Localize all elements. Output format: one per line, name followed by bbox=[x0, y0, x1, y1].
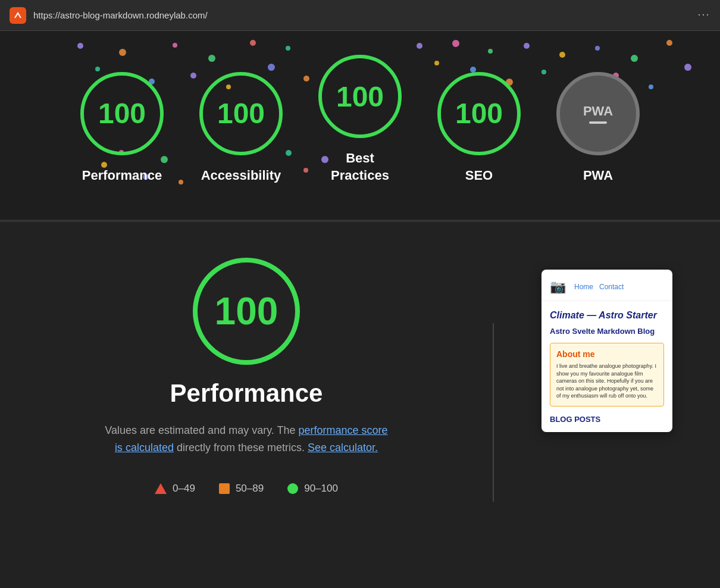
preview-nav-contact[interactable]: Contact bbox=[599, 283, 624, 291]
confetti-dot bbox=[666, 40, 672, 46]
high-score-icon bbox=[287, 483, 298, 494]
vertical-divider bbox=[493, 323, 494, 502]
bottom-section: 100 Performance Values are estimated and… bbox=[0, 222, 720, 588]
preview-subtitle: Astro Svelte Markdown Blog bbox=[550, 327, 664, 336]
confetti-dot bbox=[250, 40, 256, 46]
preview-about-box: About me I live and breathe analogue pho… bbox=[550, 343, 664, 406]
score-label-pwa: PWA bbox=[583, 167, 613, 184]
confetti-dot bbox=[173, 43, 177, 48]
browser-bar: https://astro-blog-markdown.rodneylab.co… bbox=[0, 0, 720, 31]
confetti-dot bbox=[452, 40, 459, 47]
preview-about-text: I live and breathe analogue photography.… bbox=[556, 362, 658, 400]
score-circle-seo: 100 bbox=[437, 72, 521, 155]
preview-header: 📷 Home Contact bbox=[541, 270, 672, 301]
performance-description: Values are estimated and may vary. The p… bbox=[104, 422, 389, 456]
low-score-icon bbox=[155, 483, 167, 494]
score-circle-pwa: PWA bbox=[556, 72, 640, 155]
preview-nav: Home Contact bbox=[574, 283, 624, 291]
browser-favicon bbox=[10, 7, 26, 24]
score-label-performance: Performance bbox=[82, 167, 162, 184]
score-item-seo: 100SEO bbox=[437, 72, 521, 184]
score-label-best-practices: BestPractices bbox=[331, 150, 389, 184]
pwa-text: PWA bbox=[583, 104, 613, 119]
confetti-dot bbox=[649, 85, 653, 89]
score-number-performance: 100 bbox=[98, 97, 146, 130]
preview-about-title: About me bbox=[556, 349, 658, 359]
score-label-accessibility: Accessibility bbox=[201, 167, 281, 184]
main-score-value: 100 bbox=[215, 289, 278, 333]
camera-icon: 📷 bbox=[550, 279, 566, 295]
score-item-accessibility: 100Accessibility bbox=[199, 72, 283, 184]
confetti-dot bbox=[684, 64, 691, 71]
score-number-best-practices: 100 bbox=[336, 80, 384, 113]
main-title: Performance bbox=[170, 379, 323, 408]
mid-score-range: 50–89 bbox=[236, 483, 264, 495]
high-score-range: 90–100 bbox=[304, 483, 338, 495]
confetti-dot bbox=[524, 43, 530, 49]
browser-url[interactable]: https://astro-blog-markdown.rodneylab.co… bbox=[33, 10, 690, 20]
confetti-dot bbox=[417, 43, 422, 49]
score-legend: 0–49 50–89 90–100 bbox=[155, 483, 338, 495]
svg-rect-0 bbox=[12, 10, 23, 21]
score-item-pwa: PWA PWA bbox=[556, 72, 640, 184]
score-circle-best-practices: 100 bbox=[318, 55, 402, 138]
score-label-seo: SEO bbox=[465, 167, 493, 184]
preview-blog-posts: BLOG POSTS bbox=[550, 415, 664, 424]
mid-score-icon bbox=[219, 483, 230, 494]
legend-item-low: 0–49 bbox=[155, 483, 195, 495]
score-item-best-practices: 100BestPractices bbox=[318, 55, 402, 184]
preview-nav-home[interactable]: Home bbox=[574, 283, 593, 291]
score-circle-accessibility: 100 bbox=[199, 72, 283, 155]
main-score-circle: 100 bbox=[193, 258, 300, 365]
website-preview: 📷 Home Contact Climate — Astro Starter A… bbox=[541, 270, 672, 432]
left-panel: 100 Performance Values are estimated and… bbox=[48, 258, 445, 495]
score-item-performance: 100Performance bbox=[80, 72, 164, 184]
score-number-accessibility: 100 bbox=[217, 97, 265, 130]
preview-body: Climate — Astro Starter Astro Svelte Mar… bbox=[541, 301, 672, 432]
legend-item-mid: 50–89 bbox=[219, 483, 264, 495]
see-calculator-link[interactable]: See calculator. bbox=[308, 442, 378, 453]
confetti-dot bbox=[595, 46, 600, 51]
legend-item-high: 90–100 bbox=[287, 483, 338, 495]
desc-part1: Values are estimated and may vary. The bbox=[105, 424, 295, 436]
top-scores-section: 100Performance100Accessibility100BestPra… bbox=[0, 31, 720, 221]
confetti-dot bbox=[488, 49, 493, 54]
score-number-seo: 100 bbox=[455, 97, 503, 130]
pwa-dash bbox=[589, 121, 607, 124]
preview-site-title: Climate — Astro Starter bbox=[550, 309, 664, 322]
confetti-dot bbox=[286, 46, 290, 51]
browser-menu-icon[interactable]: ⋮ bbox=[697, 9, 711, 22]
low-score-range: 0–49 bbox=[173, 483, 195, 495]
score-circle-performance: 100 bbox=[80, 72, 164, 155]
pwa-inner: PWA bbox=[583, 104, 613, 124]
desc-part2: directly from these metrics. bbox=[177, 442, 305, 453]
confetti-dot bbox=[77, 43, 83, 49]
